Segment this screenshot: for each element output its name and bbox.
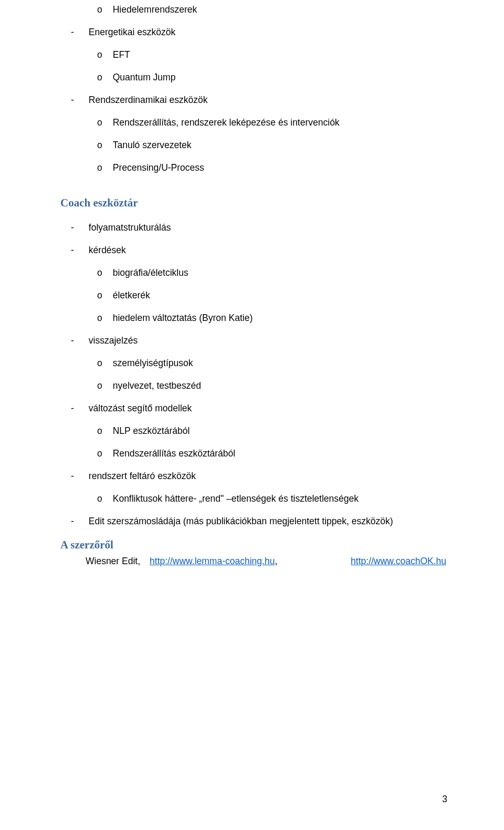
bullet-o: o bbox=[97, 448, 102, 459]
author-name: Wiesner Edit, bbox=[86, 556, 140, 567]
list-text: biográfia/életciklus bbox=[113, 267, 188, 278]
bullet-dash: - bbox=[71, 335, 74, 346]
list-text: folyamatstrukturálás bbox=[89, 222, 171, 233]
bullet-o: o bbox=[97, 380, 102, 391]
list-text: életkerék bbox=[113, 290, 150, 301]
list-item: o EFT bbox=[97, 49, 446, 60]
bullet-dash: - bbox=[71, 245, 74, 256]
list-text: Hiedelemrendszerek bbox=[113, 4, 197, 15]
bullet-o: o bbox=[97, 493, 102, 504]
bullet-o: o bbox=[97, 358, 102, 369]
author-link-1[interactable]: http://www.lemma-coaching.hu bbox=[150, 556, 275, 566]
list-item: o Konfliktusok háttere- „rend" –etlenség… bbox=[97, 493, 446, 504]
comma: , bbox=[275, 556, 277, 566]
author-link-2[interactable]: http://www.coachOK.hu bbox=[351, 556, 446, 567]
list-text: változást segítő modellek bbox=[89, 403, 192, 414]
heading-author: A szerzőről bbox=[60, 538, 446, 552]
bullet-o: o bbox=[97, 49, 102, 60]
author-line: Wiesner Edit, http://www.lemma-coaching.… bbox=[86, 556, 446, 567]
list-item: - Edit szerszámosládája (más publikációk… bbox=[71, 516, 446, 527]
list-item: o Precensing/U-Process bbox=[97, 162, 446, 173]
list-item: o biográfia/életciklus bbox=[97, 267, 446, 278]
bullet-o: o bbox=[97, 140, 102, 151]
list-item: - változást segítő modellek bbox=[71, 403, 446, 414]
list-text: Energetikai eszközök bbox=[89, 27, 175, 38]
list-item: - Energetikai eszközök bbox=[71, 27, 446, 38]
list-item: - kérdések bbox=[71, 245, 446, 256]
list-text: Rendszerállítás eszköztárából bbox=[113, 448, 235, 459]
list-text: EFT bbox=[113, 49, 130, 60]
list-item: - Rendszerdinamikai eszközök bbox=[71, 95, 446, 106]
list-text: Quantum Jump bbox=[113, 72, 176, 83]
bullet-o: o bbox=[97, 72, 102, 83]
list-text: NLP eszköztárából bbox=[113, 426, 190, 437]
list-item: o személyiségtípusok bbox=[97, 358, 446, 369]
page-number: 3 bbox=[442, 794, 447, 805]
bullet-o: o bbox=[97, 117, 102, 128]
list-item: o Rendszerállítás, rendszerek leképezése… bbox=[97, 117, 446, 128]
bullet-o: o bbox=[97, 313, 102, 324]
bullet-dash: - bbox=[71, 95, 74, 106]
list-item: - rendszert feltáró eszközök bbox=[71, 471, 446, 482]
list-item: o hiedelem változtatás (Byron Katie) bbox=[97, 313, 446, 324]
list-item: - folyamatstrukturálás bbox=[71, 222, 446, 233]
list-item: o nyelvezet, testbeszéd bbox=[97, 380, 446, 391]
list-text: Rendszerdinamikai eszközök bbox=[89, 95, 208, 106]
list-text: Konfliktusok háttere- „rend" –etlenségek… bbox=[113, 493, 359, 504]
bullet-dash: - bbox=[71, 222, 74, 233]
heading-coach: Coach eszköztár bbox=[60, 196, 446, 210]
list-item: o Quantum Jump bbox=[97, 72, 446, 83]
bullet-o: o bbox=[97, 267, 102, 278]
list-text: Rendszerállítás, rendszerek leképezése é… bbox=[113, 117, 340, 128]
list-item: o Tanuló szervezetek bbox=[97, 140, 446, 151]
bullet-o: o bbox=[97, 426, 102, 437]
bullet-o: o bbox=[97, 290, 102, 301]
list-text: személyiségtípusok bbox=[113, 358, 193, 369]
list-text: rendszert feltáró eszközök bbox=[89, 471, 196, 482]
list-item: o Hiedelemrendszerek bbox=[97, 4, 446, 15]
list-item: o NLP eszköztárából bbox=[97, 426, 446, 437]
list-text: nyelvezet, testbeszéd bbox=[113, 380, 201, 391]
bullet-o: o bbox=[97, 162, 102, 173]
bullet-dash: - bbox=[71, 27, 74, 38]
list-item: o Rendszerállítás eszköztárából bbox=[97, 448, 446, 459]
bullet-o: o bbox=[97, 4, 102, 15]
list-text: Edit szerszámosládája (más publikációkba… bbox=[89, 516, 393, 527]
list-text: hiedelem változtatás (Byron Katie) bbox=[113, 313, 253, 324]
list-text: Tanuló szervezetek bbox=[113, 140, 192, 151]
list-text: Precensing/U-Process bbox=[113, 162, 204, 173]
list-item: - visszajelzés bbox=[71, 335, 446, 346]
bullet-dash: - bbox=[71, 403, 74, 414]
bullet-dash: - bbox=[71, 516, 74, 527]
list-text: kérdések bbox=[89, 245, 126, 256]
list-text: visszajelzés bbox=[89, 335, 138, 346]
list-item: o életkerék bbox=[97, 290, 446, 301]
bullet-dash: - bbox=[71, 471, 74, 482]
